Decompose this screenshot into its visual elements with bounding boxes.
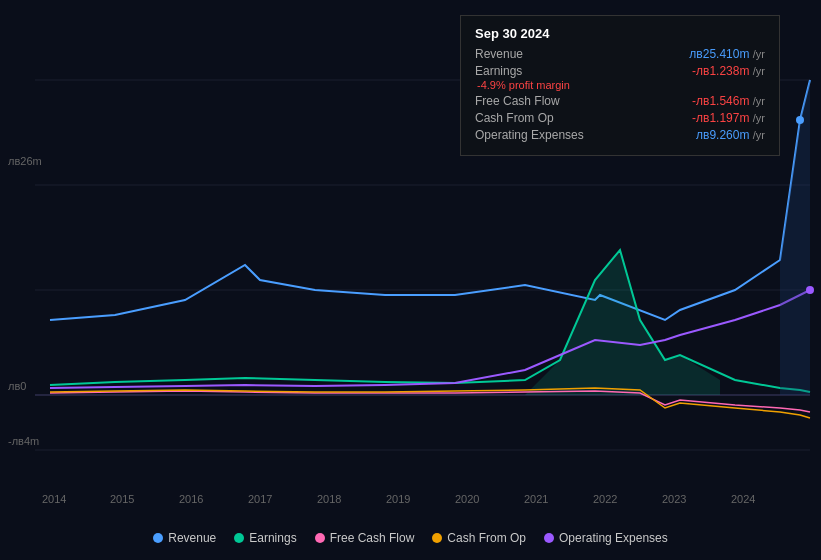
x-label-2017: 2017 (248, 493, 272, 505)
x-label-2015: 2015 (110, 493, 134, 505)
legend-dot-fcf (315, 533, 325, 543)
tooltip-row-fcf: Free Cash Flow -лв1.546m /yr (475, 94, 765, 108)
legend-item-opex[interactable]: Operating Expenses (544, 531, 668, 545)
x-label-2023: 2023 (662, 493, 686, 505)
y-label-bottom: -лв4m (8, 435, 39, 447)
y-label-top: лв26m (8, 155, 42, 167)
x-label-2018: 2018 (317, 493, 341, 505)
tooltip-row-earnings: Earnings -лв1.238m /yr (475, 64, 765, 78)
tooltip-row-cashfromop: Cash From Op -лв1.197m /yr (475, 111, 765, 125)
tooltip-value-earnings: -лв1.238m /yr (692, 64, 765, 78)
svg-point-6 (796, 116, 804, 124)
x-label-2014: 2014 (42, 493, 66, 505)
tooltip-label-revenue: Revenue (475, 47, 523, 61)
legend-item-cashfromop[interactable]: Cash From Op (432, 531, 526, 545)
legend-item-fcf[interactable]: Free Cash Flow (315, 531, 415, 545)
x-label-2020: 2020 (455, 493, 479, 505)
tooltip-label-cashfromop: Cash From Op (475, 111, 554, 125)
profit-margin-row: -4.9% profit margin (475, 79, 765, 91)
tooltip-label-fcf: Free Cash Flow (475, 94, 560, 108)
tooltip-value-revenue: лв25.410m /yr (689, 47, 765, 61)
tooltip-label-opex: Operating Expenses (475, 128, 584, 142)
tooltip-date: Sep 30 2024 (475, 26, 765, 41)
legend-label-opex: Operating Expenses (559, 531, 668, 545)
y-label-mid: лв0 (8, 380, 26, 392)
tooltip-label-earnings: Earnings (475, 64, 522, 78)
tooltip-box: Sep 30 2024 Revenue лв25.410m /yr Earnin… (460, 15, 780, 156)
legend-item-earnings[interactable]: Earnings (234, 531, 296, 545)
legend-label-cashfromop: Cash From Op (447, 531, 526, 545)
legend-label-revenue: Revenue (168, 531, 216, 545)
x-label-2019: 2019 (386, 493, 410, 505)
legend-dot-cashfromop (432, 533, 442, 543)
legend: Revenue Earnings Free Cash Flow Cash Fro… (0, 531, 821, 545)
legend-label-fcf: Free Cash Flow (330, 531, 415, 545)
tooltip-row-opex: Operating Expenses лв9.260m /yr (475, 128, 765, 142)
tooltip-value-opex: лв9.260m /yr (696, 128, 765, 142)
x-label-2022: 2022 (593, 493, 617, 505)
legend-label-earnings: Earnings (249, 531, 296, 545)
x-label-2016: 2016 (179, 493, 203, 505)
legend-dot-earnings (234, 533, 244, 543)
svg-point-7 (806, 286, 814, 294)
x-label-2021: 2021 (524, 493, 548, 505)
chart-area: лв26m лв0 -лв4m 2014 2015 2016 2017 2018… (0, 0, 821, 560)
tooltip-row-revenue: Revenue лв25.410m /yr (475, 47, 765, 61)
tooltip-value-fcf: -лв1.546m /yr (692, 94, 765, 108)
tooltip-value-cashfromop: -лв1.197m /yr (692, 111, 765, 125)
x-label-2024: 2024 (731, 493, 755, 505)
legend-dot-revenue (153, 533, 163, 543)
legend-dot-opex (544, 533, 554, 543)
legend-item-revenue[interactable]: Revenue (153, 531, 216, 545)
